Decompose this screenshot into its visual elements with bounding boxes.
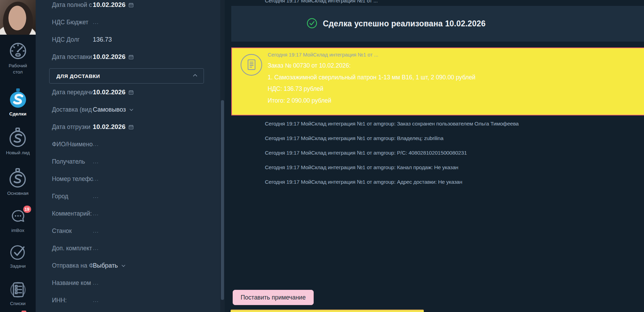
- form-row: ФИО/Наимено...: [36, 136, 225, 153]
- section-for-delivery[interactable]: ДЛЯ ДОСТАВКИ: [49, 68, 204, 84]
- field-value[interactable]: Выбрать: [93, 262, 126, 269]
- log-entry: Сегодня 19:17 МойСклад интеграция №1 от …: [265, 175, 637, 189]
- form-scrollbar-thumb[interactable]: [221, 100, 224, 300]
- form-row: Дата полной с10.02.2026: [36, 0, 225, 14]
- note-line: Итого: 2 090.00 рублей: [268, 95, 644, 107]
- banner-text: Сделка успешно реализована 10.02.2026: [323, 19, 485, 28]
- field-value[interactable]: ...: [93, 297, 99, 304]
- field-value[interactable]: ...: [93, 158, 99, 165]
- sidebar-item-label: Списки: [10, 301, 26, 307]
- sidebar-item-label: Основная: [7, 190, 29, 197]
- activity-feed: Сегодня 19:17 МойСклад интеграция №1 от …: [225, 0, 644, 312]
- sidebar-item-dashboard[interactable]: Рабочий стол: [3, 41, 33, 75]
- chevron-up-icon: [192, 72, 198, 79]
- note-meta: Сегодня 19:17 МойСклад интеграция №1 от …: [268, 52, 644, 58]
- field-label: Дата передачи: [52, 89, 93, 96]
- field-value[interactable]: 10.02.2026: [93, 53, 134, 61]
- field-value[interactable]: 10.02.2026: [93, 88, 134, 96]
- note-line: 1. Самозажимной сверлильный патрон 1-13 …: [268, 72, 644, 84]
- unread-count-badge: 19: [23, 206, 31, 213]
- field-value[interactable]: ...: [93, 193, 99, 200]
- form-row: НДС Бюджет...: [36, 14, 225, 31]
- deal-form-panel: Дата полной с10.02.2026НДС Бюджет...НДС …: [36, 0, 225, 312]
- document-circle-icon: [240, 54, 262, 77]
- sidebar-item-label: Сделки: [9, 111, 26, 117]
- field-value[interactable]: ...: [93, 210, 99, 217]
- user-avatar[interactable]: [0, 0, 36, 35]
- field-label: Дата поставки: [52, 53, 93, 61]
- list-icon: [9, 280, 27, 299]
- field-value[interactable]: ...: [93, 175, 99, 182]
- field-label: Доп. комплект: [52, 245, 93, 252]
- field-label: Город: [52, 193, 93, 200]
- form-row: Дата отгрузки10.02.2026: [36, 118, 225, 136]
- form-row: Название ком...: [36, 274, 225, 292]
- form-row: Доп. комплект...: [36, 240, 225, 257]
- sidebar-item-imbox[interactable]: 19imBox: [9, 208, 27, 234]
- note-lines: Заказ № 00730 от 10.02.2026:1. Самозажим…: [268, 60, 644, 106]
- field-label: Комментарий:: [52, 210, 93, 217]
- form-row: Дата передачи10.02.2026: [36, 84, 225, 101]
- field-value[interactable]: 10.02.2026: [93, 123, 134, 131]
- deals-icon: [7, 88, 29, 109]
- field-label: Доставка (вид: [52, 106, 93, 113]
- field-value[interactable]: ...: [93, 19, 99, 26]
- clipped-log-entry: Сегодня 19:17 МойСклад интеграция №1 от …: [265, 0, 641, 5]
- deal-success-banner: Сделка успешно реализована 10.02.2026: [231, 6, 644, 42]
- form-rows-top: Дата полной с10.02.2026НДС Бюджет...НДС …: [36, 0, 225, 66]
- highlighted-note: Сегодня 19:17 МойСклад интеграция №1 от …: [231, 47, 644, 115]
- field-value[interactable]: ...: [93, 245, 99, 252]
- field-value[interactable]: 10.02.2026: [93, 1, 134, 9]
- form-row: Получатель...: [36, 153, 225, 170]
- section-label: ДЛЯ ДОСТАВКИ: [56, 73, 100, 79]
- add-note-button[interactable]: Поставить примечание: [233, 290, 314, 305]
- field-label: Станок: [52, 227, 93, 235]
- field-value[interactable]: 136.73: [93, 36, 112, 43]
- field-label: Отправка на Ф: [52, 262, 93, 269]
- field-value[interactable]: ...: [93, 227, 99, 234]
- form-row: НДС Долг136.73: [36, 31, 225, 48]
- form-row: Номер телефо...: [36, 170, 225, 188]
- calendar-icon: [128, 124, 134, 130]
- chevron-down-icon: [121, 263, 126, 268]
- form-row: Отправка на ФВыбрать: [36, 257, 225, 274]
- form-row: ИНН:...: [36, 292, 225, 309]
- field-label: Дата отгрузки: [52, 123, 93, 131]
- calendar-icon: [128, 90, 134, 95]
- log-entry: Сегодня 19:17 МойСклад интеграция №1 от …: [265, 146, 637, 160]
- note-body: Сегодня 19:17 МойСклад интеграция №1 от …: [268, 48, 644, 106]
- dashboard-icon: [8, 41, 28, 61]
- field-label: НДС Долг: [52, 36, 93, 43]
- form-row: Дата поставки10.02.2026: [36, 48, 225, 66]
- note-line: НДС: 136.73 рублей: [268, 83, 644, 95]
- sidebar: Рабочий столСделкиНовый лидОсновная19imB…: [0, 0, 36, 312]
- chevron-down-icon: [129, 107, 134, 112]
- sidebar-item-deals[interactable]: Сделки: [7, 88, 29, 117]
- field-label: Название ком: [52, 279, 93, 287]
- chat-icon: 19: [9, 208, 27, 226]
- field-label: Дата полной с: [52, 1, 93, 9]
- sidebar-item-tasks[interactable]: Задачи: [9, 243, 27, 269]
- field-value[interactable]: ...: [93, 279, 99, 286]
- form-row: Комментарий:...: [36, 205, 225, 222]
- note-input-edge[interactable]: [231, 310, 424, 312]
- sidebar-item-lists[interactable]: Списки: [9, 280, 27, 307]
- sidebar-item-new-lead[interactable]: Новый лид: [6, 127, 30, 156]
- form-rows-bottom: Дата передачи10.02.2026Доставка (видСамо…: [36, 84, 225, 309]
- log-entry: Сегодня 19:17 МойСклад интеграция №1 от …: [265, 116, 637, 131]
- form-row: Доставка (видСамовывоз: [36, 101, 225, 118]
- hidden-badge-sliver: [21, 311, 26, 312]
- sidebar-nav: Рабочий столСделкиНовый лидОсновная19imB…: [0, 35, 36, 307]
- form-row: Станок...: [36, 222, 225, 240]
- log-entry: Сегодня 19:17 МойСклад интеграция №1 от …: [265, 131, 637, 146]
- calendar-icon: [128, 54, 134, 60]
- field-value[interactable]: Самовывоз: [93, 106, 134, 113]
- field-label: Номер телефо: [52, 175, 93, 183]
- sidebar-item-label: Задачи: [10, 263, 26, 269]
- field-value[interactable]: ...: [93, 141, 99, 148]
- field-label: Получатель: [52, 158, 93, 165]
- note-line: Заказ № 00730 от 10.02.2026:: [268, 60, 644, 72]
- crm-app: Рабочий столСделкиНовый лидОсновная19imB…: [0, 0, 644, 312]
- sidebar-item-main[interactable]: Основная: [7, 168, 29, 197]
- sidebar-item-label: Новый лид: [6, 150, 30, 156]
